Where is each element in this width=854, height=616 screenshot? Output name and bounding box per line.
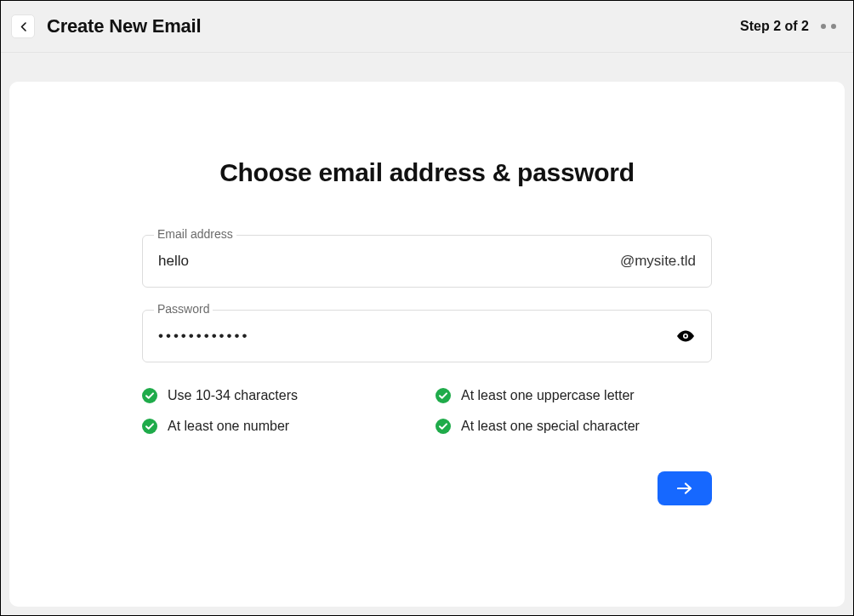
password-input[interactable] xyxy=(158,328,675,345)
password-label: Password xyxy=(154,302,213,316)
step-indicator: Step 2 of 2 xyxy=(740,19,809,34)
svg-point-1 xyxy=(685,335,687,338)
form-card: Choose email address & password Email ad… xyxy=(9,82,845,607)
password-rules: Use 10-34 characters At least one upperc… xyxy=(142,388,712,434)
rule-item: At least one number xyxy=(142,419,418,434)
card-title: Choose email address & password xyxy=(60,158,794,187)
check-circle-icon xyxy=(142,419,157,434)
rule-text: At least one uppercase letter xyxy=(461,388,635,403)
rule-item: At least one uppercase letter xyxy=(436,388,712,403)
rule-text: At least one number xyxy=(168,419,289,434)
email-input[interactable] xyxy=(158,253,620,270)
show-password-button[interactable] xyxy=(675,326,696,346)
password-field[interactable] xyxy=(142,310,712,362)
rule-text: At least one special character xyxy=(461,419,640,434)
page-title: Create New Email xyxy=(47,15,201,37)
check-circle-icon xyxy=(436,419,451,434)
rule-item: Use 10-34 characters xyxy=(142,388,418,403)
arrow-right-icon xyxy=(677,482,692,494)
eye-icon xyxy=(675,326,696,346)
page-header: Create New Email Step 2 of 2 xyxy=(1,1,853,53)
email-domain: @mysite.tld xyxy=(620,253,696,270)
next-button[interactable] xyxy=(658,471,712,505)
step-dot xyxy=(821,24,826,29)
chevron-left-icon xyxy=(20,22,26,31)
rule-text: Use 10-34 characters xyxy=(168,388,298,403)
svg-point-4 xyxy=(142,419,157,434)
check-circle-icon xyxy=(142,388,157,403)
svg-point-2 xyxy=(142,388,157,403)
svg-point-5 xyxy=(436,419,451,434)
email-field[interactable]: @mysite.tld xyxy=(142,235,712,288)
password-field-wrapper: Password xyxy=(142,310,712,362)
back-button[interactable] xyxy=(11,14,35,38)
check-circle-icon xyxy=(436,388,451,403)
email-field-wrapper: Email address @mysite.tld xyxy=(142,235,712,288)
email-label: Email address xyxy=(154,227,236,241)
svg-point-3 xyxy=(436,388,451,403)
rule-item: At least one special character xyxy=(436,419,712,434)
step-dots xyxy=(821,24,836,29)
step-dot xyxy=(831,24,836,29)
